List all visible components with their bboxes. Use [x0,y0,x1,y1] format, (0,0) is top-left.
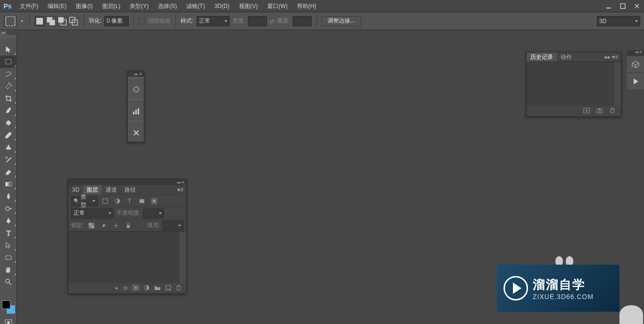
menu-3d[interactable]: 3D(D) [210,0,234,12]
panel-grip[interactable] [0,35,17,39]
menu-edit[interactable]: 编辑(E) [43,0,71,12]
eyedropper-tool[interactable] [0,105,17,117]
magic-wand-tool[interactable] [0,80,17,92]
fill-input[interactable] [163,221,183,230]
menu-select[interactable]: 选择(S) [153,0,182,12]
filter-shape-icon[interactable] [137,196,147,206]
layer-fx-icon[interactable]: fx [124,285,128,292]
tool-preset-dropdown[interactable] [20,16,25,26]
dock-3d-icon[interactable] [627,56,644,73]
divider [83,15,84,27]
menu-help[interactable]: 帮助(H) [292,0,321,12]
swap-wh-icon[interactable]: ⇄ [270,18,274,24]
layers-list[interactable] [68,231,186,283]
collapse-icon[interactable]: ▸▸ [636,50,639,56]
move-tool[interactable] [0,43,17,56]
link-layers-icon[interactable]: ⚭ [114,285,119,292]
dock-header[interactable]: ▸▸ ✕ [627,50,644,56]
lock-transparent-icon[interactable] [87,221,96,230]
spot-healing-tool[interactable] [0,117,17,129]
antialias-checkbox[interactable] [139,18,145,24]
mini-panel-button-3[interactable] [128,123,145,142]
panel-menu-icon[interactable]: ▸▸ ▾≡ [602,54,621,60]
lock-position-icon[interactable] [111,221,121,230]
menu-image[interactable]: 图像(I) [71,0,97,12]
filter-smart-icon[interactable] [149,196,159,206]
tab-paths[interactable]: 路径 [121,185,140,194]
feather-input[interactable] [104,16,129,26]
history-brush-tool[interactable] [0,154,17,166]
svg-text:T: T [7,230,11,237]
scrollbar[interactable] [180,232,186,283]
brush-tool[interactable] [0,129,17,141]
filter-type-icon[interactable]: T [125,196,134,206]
refine-edge-button[interactable]: 调整边缘... [322,16,361,26]
menu-view[interactable]: 视图(V) [234,0,263,12]
gradient-tool[interactable] [0,178,17,190]
dock-play-icon[interactable] [627,73,644,89]
dodge-tool[interactable] [0,202,17,215]
maximize-button[interactable] [616,1,630,11]
style-select[interactable]: 正常 [197,16,230,26]
hand-tool[interactable] [0,264,17,276]
close-icon[interactable]: ✕ [182,180,185,185]
lock-all-icon[interactable] [124,221,133,230]
panel-header[interactable]: ◂◂✕ [68,179,186,185]
tab-history[interactable]: 历史记录 [527,52,557,62]
menu-window[interactable]: 窗口(W) [263,0,292,12]
path-selection-tool[interactable] [0,239,17,251]
selection-new[interactable] [34,16,45,26]
rectangular-marquee-tool[interactable] [0,56,17,68]
menu-layer[interactable]: 图层(L) [98,0,125,12]
close-button[interactable] [630,1,644,11]
toolbar-collapse-tab[interactable]: ▸▸ [0,30,7,35]
collapse-icon[interactable]: ▸▸ [134,72,138,76]
selection-add[interactable] [46,16,56,26]
active-tool-preset[interactable] [4,16,17,26]
history-list[interactable] [527,62,621,106]
selection-intersect[interactable] [68,16,79,26]
delete-state-icon[interactable] [610,108,615,115]
tab-actions[interactable]: 动作 [557,52,576,62]
panel-header[interactable]: ▸▸✕ [128,71,144,77]
menu-filter[interactable]: 滤镜(T) [182,0,209,12]
opacity-input[interactable] [143,209,164,218]
delete-layer-icon[interactable] [176,285,182,292]
collapse-icon[interactable]: ◂◂ [177,180,181,185]
layer-mask-icon[interactable] [132,285,139,292]
zoom-tool[interactable] [0,276,17,288]
create-document-icon[interactable] [583,108,590,115]
tab-channels[interactable]: 通道 [102,185,121,194]
new-layer-icon[interactable] [165,285,171,292]
clone-stamp-tool[interactable] [0,141,17,154]
minimize-button[interactable] [602,1,616,11]
crop-tool[interactable] [0,92,17,105]
pen-tool[interactable] [0,215,17,227]
filter-adjustment-icon[interactable] [113,196,122,206]
foreground-color[interactable] [2,300,10,309]
rectangle-tool[interactable] [0,251,17,264]
layer-filter-type[interactable]: 🔍类型 [71,196,98,206]
filter-pixel-icon[interactable] [100,196,110,206]
blur-tool[interactable] [0,190,17,202]
menu-type[interactable]: 类型(Y) [125,0,153,12]
lock-pixels-icon[interactable] [99,221,108,230]
eraser-tool[interactable] [0,166,17,178]
snapshot-icon[interactable] [596,108,603,115]
selection-subtract[interactable] [57,16,67,26]
quick-mask-toggle[interactable] [0,317,17,324]
mini-panel-button-2[interactable] [128,101,145,120]
lasso-tool[interactable] [0,68,17,80]
group-icon[interactable] [154,285,161,292]
close-icon[interactable]: ✕ [639,50,643,56]
color-swatch[interactable] [0,300,17,316]
scrollbar[interactable] [614,62,621,106]
adjustment-layer-icon[interactable] [144,285,149,292]
workspace-switcher[interactable]: 3D [597,16,640,26]
menu-file[interactable]: 文件(F) [15,0,43,12]
mini-panel-button-1[interactable] [128,80,145,98]
blend-mode-select[interactable]: 正常 [71,209,114,218]
panel-menu-icon[interactable]: ▾≡ [174,186,186,193]
close-icon[interactable]: ✕ [139,72,142,76]
type-tool[interactable]: T [0,227,17,239]
